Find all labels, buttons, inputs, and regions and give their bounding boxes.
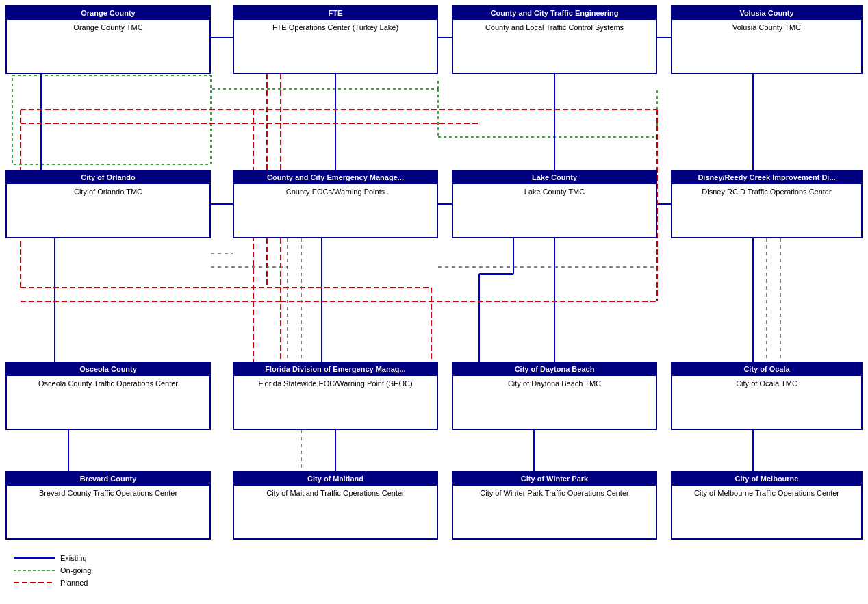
node-melbourne: City of MelbourneCity of Melbourne Traff… [671, 471, 863, 540]
legend: Existing On-going Planned [14, 553, 91, 590]
legend-line-existing [14, 553, 55, 563]
legend-label-existing: Existing [60, 554, 87, 562]
node-volusia_county: Volusia CountyVolusia County TMC [671, 5, 863, 74]
node-lake_county: Lake CountyLake County TMC [452, 170, 657, 238]
node-disney_rcid: Disney/Reedy Creek Improvement Di...Disn… [671, 170, 863, 238]
legend-item-existing: Existing [14, 553, 91, 563]
legend-item-ongoing: On-going [14, 566, 91, 575]
node-body-melbourne: City of Melbourne Traffic Operations Cen… [672, 486, 861, 501]
node-header-county_city_traffic: County and City Traffic Engineering [453, 7, 656, 20]
node-header-maitland: City of Maitland [234, 473, 437, 486]
node-body-brevard_county: Brevard County Traffic Operations Center [7, 486, 209, 501]
node-body-fte: FTE Operations Center (Turkey Lake) [234, 20, 437, 35]
node-city_orlando: City of OrlandoCity of Orlando TMC [5, 170, 211, 238]
node-ocala: City of OcalaCity of Ocala TMC [671, 362, 863, 430]
node-florida_division: Florida Division of Emergency Manag...Fl… [233, 362, 438, 430]
node-body-ocala: City of Ocala TMC [672, 376, 861, 391]
node-body-disney_rcid: Disney RCID Traffic Operations Center [672, 184, 861, 199]
node-header-city_orlando: City of Orlando [7, 171, 209, 184]
node-header-melbourne: City of Melbourne [672, 473, 861, 486]
node-header-daytona_beach: City of Daytona Beach [453, 363, 656, 376]
node-header-winter_park: City of Winter Park [453, 473, 656, 486]
node-body-maitland: City of Maitland Traffic Operations Cent… [234, 486, 437, 501]
node-body-city_orlando: City of Orlando TMC [7, 184, 209, 199]
svg-rect-0 [12, 75, 211, 164]
node-header-florida_division: Florida Division of Emergency Manag... [234, 363, 437, 376]
node-brevard_county: Brevard CountyBrevard County Traffic Ope… [5, 471, 211, 540]
node-body-county_city_traffic: County and Local Traffic Control Systems [453, 20, 656, 35]
node-header-fte: FTE [234, 7, 437, 20]
node-county_city_emergency: County and City Emergency Manage...Count… [233, 170, 438, 238]
node-osceola_county: Osceola CountyOsceola County Traffic Ope… [5, 362, 211, 430]
node-fte: FTEFTE Operations Center (Turkey Lake) [233, 5, 438, 74]
legend-label-planned: Planned [60, 579, 88, 587]
node-body-orange_county: Orange County TMC [7, 20, 209, 35]
node-body-volusia_county: Volusia County TMC [672, 20, 861, 35]
node-header-county_city_emergency: County and City Emergency Manage... [234, 171, 437, 184]
node-body-daytona_beach: City of Daytona Beach TMC [453, 376, 656, 391]
node-daytona_beach: City of Daytona BeachCity of Daytona Bea… [452, 362, 657, 430]
legend-item-planned: Planned [14, 578, 91, 588]
node-body-lake_county: Lake County TMC [453, 184, 656, 199]
node-body-osceola_county: Osceola County Traffic Operations Center [7, 376, 209, 391]
legend-label-ongoing: On-going [60, 566, 91, 575]
legend-line-planned [14, 578, 55, 588]
node-header-osceola_county: Osceola County [7, 363, 209, 376]
diagram-container: Orange CountyOrange County TMCFTEFTE Ope… [0, 0, 868, 604]
node-body-winter_park: City of Winter Park Traffic Operations C… [453, 486, 656, 501]
legend-line-ongoing [14, 566, 55, 575]
node-header-volusia_county: Volusia County [672, 7, 861, 20]
node-maitland: City of MaitlandCity of Maitland Traffic… [233, 471, 438, 540]
node-county_city_traffic: County and City Traffic EngineeringCount… [452, 5, 657, 74]
node-body-florida_division: Florida Statewide EOC/Warning Point (SEO… [234, 376, 437, 391]
node-header-lake_county: Lake County [453, 171, 656, 184]
node-winter_park: City of Winter ParkCity of Winter Park T… [452, 471, 657, 540]
node-header-disney_rcid: Disney/Reedy Creek Improvement Di... [672, 171, 861, 184]
node-body-county_city_emergency: County EOCs/Warning Points [234, 184, 437, 199]
node-header-orange_county: Orange County [7, 7, 209, 20]
node-orange_county: Orange CountyOrange County TMC [5, 5, 211, 74]
node-header-brevard_county: Brevard County [7, 473, 209, 486]
node-header-ocala: City of Ocala [672, 363, 861, 376]
